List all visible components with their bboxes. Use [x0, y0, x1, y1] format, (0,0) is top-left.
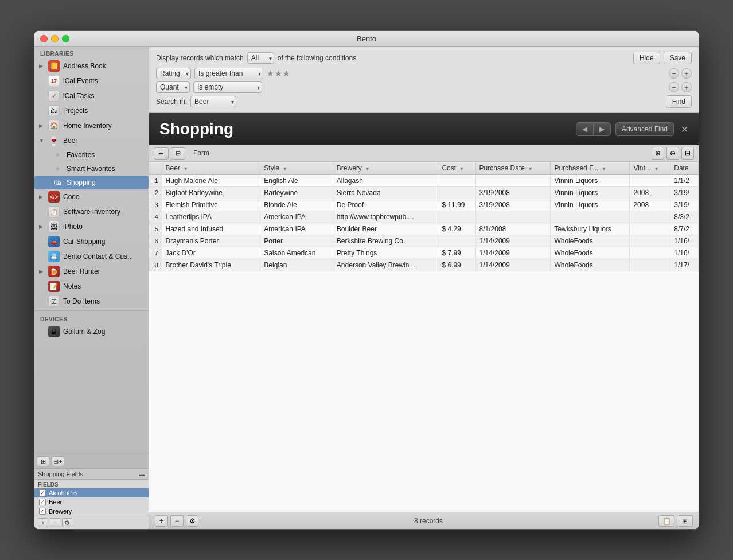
- cell-brewery: http://www.tapbrewpub....: [333, 211, 438, 223]
- minimize-button[interactable]: [51, 35, 59, 42]
- record-settings-icon[interactable]: ⚙: [186, 515, 198, 527]
- close-button[interactable]: [40, 35, 48, 42]
- filter-condition-row-2: Quant Is empty − +: [156, 81, 692, 93]
- field-checkbox-beer[interactable]: ✓: [39, 499, 46, 505]
- status-left: + − ⚙: [155, 515, 198, 527]
- sidebar-item-favorites[interactable]: ★ Favorites: [34, 148, 149, 162]
- col-vintage[interactable]: Vint... ▼: [630, 162, 670, 175]
- remove-record-button[interactable]: −: [170, 515, 184, 527]
- table-row[interactable]: 2 Bigfoot Barleywine Barleywine Sierra N…: [149, 187, 699, 199]
- col-brewery[interactable]: Brewery ▼: [333, 162, 438, 175]
- beer-icon: 🍷: [48, 135, 60, 146]
- add-field-button[interactable]: +: [38, 518, 48, 527]
- operator-select-1[interactable]: Is greater than: [194, 68, 263, 79]
- col-purchased-from[interactable]: Purchased F... ▼: [551, 162, 630, 175]
- add-record-button[interactable]: +: [155, 515, 168, 527]
- field-select-1[interactable]: Rating: [156, 68, 191, 79]
- advanced-find-button[interactable]: Advanced Find: [615, 122, 674, 136]
- remove-condition-1-button[interactable]: −: [669, 68, 679, 79]
- cell-style: Belgian: [260, 259, 333, 271]
- software-inventory-icon: 📋: [48, 206, 60, 217]
- zoom-button[interactable]: [62, 35, 69, 42]
- sidebar-item-code[interactable]: ▶ </> Code: [34, 189, 149, 204]
- cell-date: 3/19/: [670, 199, 699, 211]
- fields-panel-collapse[interactable]: ▬: [139, 470, 145, 477]
- list-view-button[interactable]: ☰: [154, 147, 169, 160]
- settings-1-icon[interactable]: ⊕: [652, 147, 664, 160]
- table-row[interactable]: 8 Brother David's Triple Belgian Anderso…: [149, 259, 699, 271]
- cell-cost: $ 11.99: [438, 199, 475, 211]
- gear-field-button[interactable]: ⚙: [62, 518, 72, 527]
- sidebar-item-car-shopping[interactable]: 🚗 Car Shopping: [34, 234, 149, 249]
- table-row[interactable]: 3 Flemish Primitive Blonde Ale De Proof …: [149, 199, 699, 211]
- col-cost[interactable]: Cost ▼: [438, 162, 475, 175]
- expand-icon: ▶: [39, 269, 45, 274]
- col-style[interactable]: Style ▼: [260, 162, 333, 175]
- sidebar-item-label: Bento Contact & Cus...: [63, 252, 133, 260]
- code-icon: </>: [48, 191, 60, 203]
- sidebar-item-ical-tasks[interactable]: ✓ iCal Tasks: [34, 88, 149, 103]
- nav-next-button[interactable]: ▶: [593, 123, 610, 135]
- search-in-select[interactable]: Beer: [190, 96, 236, 107]
- field-item-alcohol[interactable]: ✓ Alcohol %: [34, 488, 149, 497]
- remove-field-button[interactable]: −: [50, 518, 60, 527]
- view-mode-1-button[interactable]: 📋: [658, 515, 674, 527]
- cell-brewery: Pretty Things: [333, 247, 438, 259]
- table-toolbar: ☰ ⊞ Form ⊕ ⊖ ⊟: [149, 145, 699, 162]
- sidebar-item-ical-events[interactable]: 17 iCal Events: [34, 73, 149, 88]
- save-button[interactable]: Save: [664, 52, 692, 64]
- settings-2-icon[interactable]: ⊖: [666, 147, 679, 160]
- table-row[interactable]: 6 Drayman's Porter Porter Berkshire Brew…: [149, 235, 699, 247]
- table-row[interactable]: 1 Hugh Malone Ale English Ale Allagash V…: [149, 175, 699, 187]
- col-beer[interactable]: Beer ▼: [162, 162, 260, 175]
- table-row[interactable]: 7 Jack D'Or Saison American Pretty Thing…: [149, 247, 699, 259]
- grid-view-button[interactable]: ⊞: [171, 147, 185, 160]
- remove-condition-2-button[interactable]: −: [669, 82, 679, 92]
- column-settings-icon[interactable]: ⊟: [681, 147, 694, 160]
- sidebar-item-notes[interactable]: 📝 Notes: [34, 279, 149, 294]
- sidebar-item-address-book[interactable]: ▶ 📒 Address Book: [34, 59, 149, 73]
- sidebar-item-software-inventory[interactable]: 📋 Software Inventory: [34, 204, 149, 219]
- form-tab[interactable]: Form: [188, 147, 215, 159]
- field-select-2[interactable]: Quant: [156, 81, 190, 93]
- field-item-beer[interactable]: ✓ Beer: [34, 497, 149, 507]
- field-checkbox-brewery[interactable]: ✓: [39, 508, 46, 515]
- sidebar-item-beer[interactable]: ▼ 🍷 Beer: [34, 133, 149, 148]
- cell-brewery: De Proof: [333, 199, 438, 211]
- cell-purchase-date: 1/14/2009: [475, 235, 551, 247]
- data-table: Beer ▼ Style ▼ Brewery ▼ Cost ▼ Purchase…: [149, 162, 699, 271]
- sidebar-item-smart-favorites[interactable]: ★ Smart Favorites: [34, 162, 149, 176]
- hide-button[interactable]: Hide: [633, 52, 660, 64]
- add-condition-1-button[interactable]: +: [681, 68, 692, 79]
- sidebar-item-shopping[interactable]: 🛍 Shopping: [34, 176, 149, 189]
- sidebar-item-projects[interactable]: 🗂 Projects: [34, 103, 149, 118]
- main-window: Bento LIBRARIES ▶ 📒 Address Book 17 iCal…: [34, 30, 699, 530]
- sidebar-item-beer-hunter[interactable]: ▶ 🍺 Beer Hunter: [34, 264, 149, 279]
- col-date[interactable]: Date: [670, 162, 699, 175]
- table-row[interactable]: 4 Leatherlips IPA American IPA http://ww…: [149, 211, 699, 223]
- col-purchase-date[interactable]: Purchase Date ▼: [475, 162, 551, 175]
- field-checkbox-alcohol[interactable]: ✓: [39, 489, 46, 496]
- cell-brewery: Boulder Beer: [333, 223, 438, 235]
- sidebar-item-device[interactable]: 📱 Gollum & Zog: [34, 324, 149, 339]
- beer-hunter-icon: 🍺: [48, 266, 60, 277]
- sidebar-item-label: Home Inventory: [63, 122, 112, 130]
- nav-prev-button[interactable]: ◀: [576, 123, 593, 135]
- table-row[interactable]: 5 Hazed and Infused American IPA Boulder…: [149, 223, 699, 235]
- sidebar-item-iphoto[interactable]: ▶ 🖼 iPhoto: [34, 219, 149, 234]
- match-select[interactable]: All Any: [247, 52, 274, 64]
- row-number: 7: [149, 247, 162, 259]
- view-mode-2-button[interactable]: ⊞: [677, 515, 693, 527]
- cell-brewery: Allagash: [333, 175, 438, 187]
- sidebar-item-todo[interactable]: ☑ To Do Items: [34, 294, 149, 309]
- add-group-button[interactable]: ⊞: [37, 456, 49, 466]
- sidebar-item-home-inventory[interactable]: ▶ 🏠 Home Inventory: [34, 118, 149, 133]
- operator-select-2[interactable]: Is empty: [193, 81, 262, 93]
- sidebar-item-bento-contact[interactable]: 📇 Bento Contact & Cus...: [34, 249, 149, 264]
- add-condition-2-button[interactable]: +: [681, 82, 692, 92]
- find-button[interactable]: Find: [666, 95, 692, 108]
- field-item-brewery[interactable]: ✓ Brewery: [34, 507, 149, 516]
- advanced-find-close-icon[interactable]: ✕: [681, 124, 688, 135]
- sidebar-divider: [34, 310, 149, 311]
- add-item-button[interactable]: ⊞+: [52, 456, 64, 466]
